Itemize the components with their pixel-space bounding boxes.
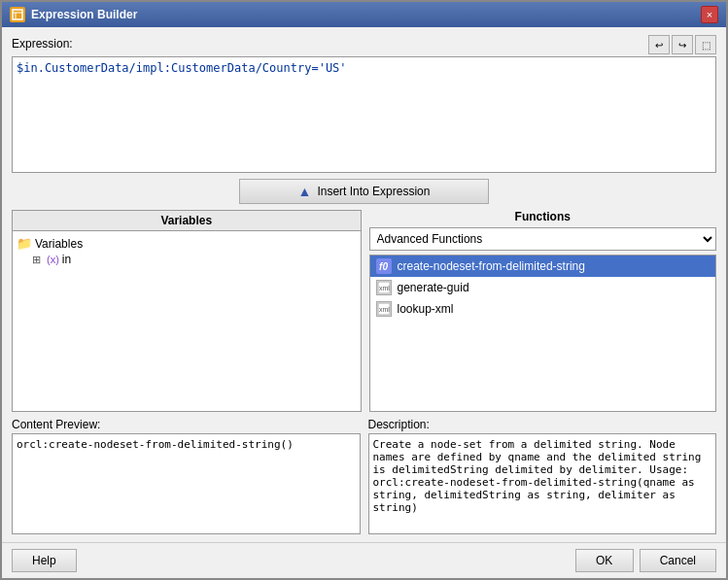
functions-panel: Functions Advanced Functions f0create-no… (369, 210, 717, 412)
folder-icon: 📁 (17, 236, 32, 251)
function-item-0[interactable]: f0create-nodeset-from-delimited-string (370, 256, 716, 277)
title-text: Expression Builder (31, 8, 137, 21)
function-name-label: lookup-xml (398, 302, 454, 316)
variables-root-item: 📁 Variables (17, 235, 357, 252)
expression-label: Expression: (12, 37, 73, 51)
ok-button[interactable]: OK (575, 549, 634, 572)
description-textarea (368, 433, 717, 534)
title-bar-left: Expression Builder (10, 7, 137, 22)
function-xml-icon: xml (376, 301, 392, 317)
functions-panel-header: Functions (369, 210, 717, 223)
bottom-section: Content Preview: Description: (12, 418, 716, 534)
expand-icon: ⊞ (32, 254, 44, 266)
description-panel: Description: (368, 418, 717, 534)
function-name-label: generate-guid (398, 281, 469, 294)
mid-section: Variables 📁 Variables ⊞ (x) in Functions (12, 210, 716, 412)
content-preview-label: Content Preview: (12, 418, 361, 431)
expression-header: Expression: ↩ ↪ ⬚ (12, 35, 716, 54)
expression-textarea[interactable] (12, 56, 716, 173)
function-name-label: create-nodeset-from-delimited-string (398, 259, 585, 273)
description-label: Description: (368, 418, 717, 431)
function-fo-icon: f0 (376, 258, 392, 274)
footer-right: OK Cancel (575, 549, 716, 572)
insert-into-expression-button[interactable]: ▲ Insert Into Expression (239, 179, 490, 204)
svg-text:xml: xml (379, 285, 390, 291)
functions-list: f0create-nodeset-from-delimited-stringxm… (369, 255, 717, 412)
function-item-1[interactable]: xmlgenerate-guid (370, 277, 716, 298)
undo-button[interactable]: ↩ (648, 35, 670, 54)
app-icon (10, 7, 25, 22)
copy-button[interactable]: ⬚ (695, 35, 716, 54)
variables-root-label: Variables (35, 237, 83, 251)
cancel-button[interactable]: Cancel (640, 549, 716, 572)
function-xml-icon: xml (376, 280, 392, 295)
expression-section: Expression: ↩ ↪ ⬚ (12, 35, 716, 173)
redo-icon: ↪ (678, 40, 686, 51)
help-button[interactable]: Help (12, 549, 77, 572)
content-preview-panel: Content Preview: (12, 418, 361, 534)
svg-rect-0 (13, 10, 22, 19)
undo-icon: ↩ (655, 40, 663, 51)
var-icon: (x) (47, 254, 59, 265)
copy-icon: ⬚ (702, 40, 711, 51)
toolbar-icons: ↩ ↪ ⬚ (648, 35, 716, 54)
insert-btn-area: ▲ Insert Into Expression (12, 179, 716, 204)
in-label: in (62, 253, 71, 266)
content-area: Expression: ↩ ↪ ⬚ ▲ Insert (2, 27, 726, 542)
function-item-2[interactable]: xmllookup-xml (370, 298, 716, 320)
title-bar: Expression Builder × (2, 2, 726, 27)
in-tree-item[interactable]: ⊞ (x) in (17, 252, 357, 267)
redo-button[interactable]: ↪ (672, 35, 693, 54)
variables-panel-header: Variables (13, 211, 361, 231)
expression-builder-window: Expression Builder × Expression: ↩ ↪ ⬚ (0, 0, 728, 580)
variables-panel: Variables 📁 Variables ⊞ (x) in (12, 210, 362, 412)
insert-arrow-icon: ▲ (298, 184, 312, 199)
variables-panel-body: 📁 Variables ⊞ (x) in (13, 231, 361, 411)
content-preview-textarea[interactable] (12, 433, 361, 534)
functions-dropdown[interactable]: Advanced Functions (369, 227, 717, 251)
footer: Help OK Cancel (2, 542, 726, 578)
close-button[interactable]: × (701, 6, 718, 23)
svg-text:xml: xml (379, 306, 390, 313)
insert-button-label: Insert Into Expression (317, 185, 430, 198)
